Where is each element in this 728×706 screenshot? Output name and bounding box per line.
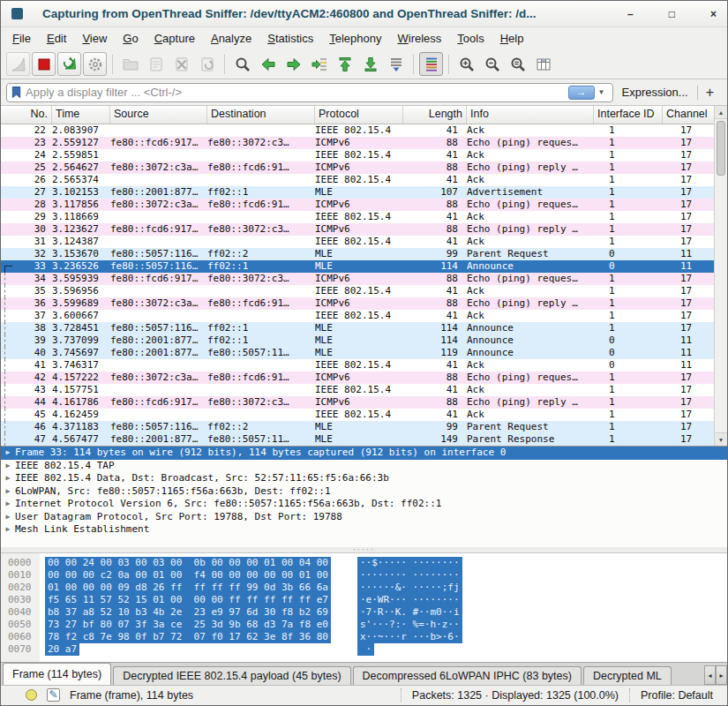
hex-row[interactable]: 000000 00 24 00 03 00 03 00 0b 00 00 00 … xyxy=(1,557,727,569)
hex-bytes[interactable]: 20 a7 xyxy=(45,643,79,656)
column-header-channel[interactable]: Channel xyxy=(663,106,716,124)
hex-row[interactable]: 001000 00 00 c2 0a 00 01 00 f4 00 00 00 … xyxy=(1,569,727,582)
column-header-time[interactable]: Time xyxy=(52,106,110,124)
packet-row[interactable]: 353.596956IEEE 802.15.441Ack117 xyxy=(1,285,716,297)
hex-row[interactable]: 0030f5 65 11 57 52 15 01 00 00 00 ff ff … xyxy=(1,594,727,606)
menu-view[interactable]: View xyxy=(74,29,115,48)
hex-bytes[interactable]: b8 37 a8 52 10 b3 4b 2e 23 e9 97 6d 30 f… xyxy=(45,606,331,619)
packet-row[interactable]: 313.124387IEEE 802.15.441Ack117 xyxy=(1,236,716,248)
expert-info-icon[interactable] xyxy=(26,689,37,701)
packet-row[interactable]: 252.564627fe80::3072:c3a…fe80::fcd6:91…I… xyxy=(1,161,716,174)
expression-button[interactable]: Expression... xyxy=(622,86,688,99)
hex-bytes[interactable]: 00 00 24 00 03 00 03 00 0b 00 00 00 01 0… xyxy=(45,557,331,569)
menu-file[interactable]: File xyxy=(4,29,39,48)
packet-row[interactable]: 232.559127fe80::fcd6:917…fe80::3072:c3…I… xyxy=(1,137,716,149)
add-filter-button[interactable]: + xyxy=(706,85,714,101)
restart-capture-button[interactable] xyxy=(57,52,81,76)
zoom-in-button[interactable] xyxy=(454,52,478,76)
menu-edit[interactable]: Edit xyxy=(39,29,74,48)
maximize-button[interactable]: □ xyxy=(669,9,675,19)
column-header-length[interactable]: Length xyxy=(403,106,467,124)
start-capture-button[interactable] xyxy=(6,52,30,76)
column-header-iface[interactable]: Interface ID xyxy=(594,106,663,124)
resize-columns-button[interactable] xyxy=(531,52,555,76)
packet-row[interactable]: 343.595939fe80::fcd6:917…fe80::3072:c3…I… xyxy=(1,273,716,285)
packet-row[interactable]: 323.153670fe80::5057:116…ff02::2MLE99Par… xyxy=(1,248,716,260)
menu-statistics[interactable]: Statistics xyxy=(259,29,321,48)
expand-arrow-icon[interactable]: ▶ xyxy=(1,523,15,537)
byte-view-tab[interactable]: Decrypted IEEE 802.15.4 payload (45 byte… xyxy=(113,666,350,685)
packet-row[interactable]: 303.123627fe80::fcd6:917…fe80::3072:c3…I… xyxy=(1,223,716,236)
hex-row[interactable]: 007020 a7 · xyxy=(1,643,727,656)
column-header-dst[interactable]: Destination xyxy=(207,106,315,124)
filter-history-caret-icon[interactable]: ▼ xyxy=(598,88,605,96)
scroll-down-icon[interactable]: ▼ xyxy=(715,432,727,446)
packet-row[interactable]: 413.746317IEEE 802.15.441Ack011 xyxy=(1,359,716,372)
detail-line[interactable]: ▶IEEE 802.15.4 TAP xyxy=(1,460,727,473)
packet-row[interactable]: 444.161786fe80::fcd6:917…fe80::3072:c3…I… xyxy=(1,396,716,409)
find-packet-button[interactable] xyxy=(230,52,254,76)
packet-row[interactable]: 393.737099fe80::2001:877…ff02::1MLE114An… xyxy=(1,334,716,347)
hex-row[interactable]: 006078 f2 c8 7e 98 0f b7 72 07 f0 17 62 … xyxy=(1,631,727,643)
capture-options-button[interactable] xyxy=(83,52,107,76)
packet-row[interactable]: 262.565374IEEE 802.15.441Ack117 xyxy=(1,174,716,186)
expand-arrow-icon[interactable]: ▶ xyxy=(1,447,15,460)
scroll-up-icon[interactable]: ▲ xyxy=(715,106,727,119)
menu-wireless[interactable]: Wireless xyxy=(390,29,450,48)
display-filter-field[interactable]: → ▼ xyxy=(6,83,613,102)
byte-view-tab[interactable]: Decompressed 6LoWPAN IPHC (83 bytes) xyxy=(353,666,582,685)
hex-ascii[interactable]: ······&· ·····;fj xyxy=(357,582,462,594)
expand-arrow-icon[interactable]: ▶ xyxy=(1,511,15,524)
packet-list-scrollbar[interactable]: ▲ ▼ xyxy=(714,106,727,446)
status-profile[interactable]: Profile: Default xyxy=(629,688,724,702)
detail-line[interactable]: ▶IEEE 802.15.4 Data, Dst: Broadcast, Src… xyxy=(1,472,727,485)
detail-line[interactable]: ▶User Datagram Protocol, Src Port: 19788… xyxy=(1,511,727,524)
packet-row[interactable]: 454.162459IEEE 802.15.441Ack117 xyxy=(1,409,716,421)
expand-arrow-icon[interactable]: ▶ xyxy=(1,498,15,511)
detail-line[interactable]: ▶Frame 33: 114 bytes on wire (912 bits),… xyxy=(1,447,727,460)
minimize-button[interactable]: – xyxy=(627,9,634,19)
expand-arrow-icon[interactable]: ▶ xyxy=(1,472,15,485)
expand-arrow-icon[interactable]: ▶ xyxy=(1,485,15,499)
packet-row[interactable]: 373.600667IEEE 802.15.441Ack117 xyxy=(1,310,716,322)
menu-help[interactable]: Help xyxy=(492,29,532,48)
packet-row[interactable]: 283.117856fe80::3072:c3a…fe80::fcd6:91…I… xyxy=(1,199,716,211)
menu-go[interactable]: Go xyxy=(115,29,146,48)
go-back-button[interactable] xyxy=(256,52,280,76)
bookmark-icon[interactable] xyxy=(11,86,22,99)
tab-scroll-left-icon[interactable]: ◂ xyxy=(704,665,716,685)
packet-row[interactable]: 242.559851IEEE 802.15.441Ack117 xyxy=(1,149,716,161)
hex-bytes[interactable]: 00 00 00 c2 0a 00 01 00 f4 00 00 00 00 0… xyxy=(45,569,331,582)
packet-row[interactable]: 434.157751IEEE 802.15.441Ack117 xyxy=(1,384,716,396)
tab-scroll-right-icon[interactable]: ▸ xyxy=(716,665,727,685)
hex-ascii[interactable]: s'···?:· %=·h·z·· xyxy=(357,619,462,631)
hex-bytes[interactable]: f5 65 11 57 52 15 01 00 00 00 ff ff ff f… xyxy=(45,594,331,606)
colorize-packets-button[interactable] xyxy=(419,52,443,76)
packet-row[interactable]: 383.728451fe80::5057:116…ff02::1MLE114An… xyxy=(1,322,716,334)
detail-line[interactable]: ▶6LoWPAN, Src: fe80::5057:1165:f56a:663b… xyxy=(1,485,727,499)
hex-ascii[interactable]: ·7·R··K. #··m0··i xyxy=(357,606,462,619)
hex-ascii[interactable]: ·e·WR··· ········ xyxy=(357,594,462,606)
hex-ascii[interactable]: ········ ········ xyxy=(357,569,462,582)
byte-view-tab[interactable]: Decrypted ML xyxy=(583,666,672,685)
reload-button[interactable] xyxy=(195,52,219,76)
packet-row[interactable]: 222.083907IEEE 802.15.441Ack117 xyxy=(1,124,716,137)
column-header-protocol[interactable]: Protocol xyxy=(315,106,403,124)
packet-row[interactable]: 464.371183fe80::5057:116…ff02::2MLE99Par… xyxy=(1,421,716,433)
go-to-top-button[interactable] xyxy=(333,52,356,76)
save-file-button[interactable] xyxy=(144,52,168,76)
packet-row[interactable]: 273.102153fe80::2001:877…ff02::1MLE107Ad… xyxy=(1,186,716,199)
go-to-packet-button[interactable] xyxy=(307,52,331,76)
stop-capture-button[interactable] xyxy=(32,52,56,76)
apply-filter-button[interactable]: → xyxy=(568,86,595,100)
hex-ascii[interactable]: ··$····· ········ xyxy=(357,557,462,569)
scrollbar-thumb[interactable] xyxy=(717,121,725,176)
display-filter-input[interactable] xyxy=(22,86,568,99)
column-header-src[interactable]: Source xyxy=(110,106,207,124)
packet-row[interactable]: 363.599689fe80::3072:c3a…fe80::fcd6:91…I… xyxy=(1,297,716,310)
menu-tools[interactable]: Tools xyxy=(449,29,492,48)
packet-row[interactable]: 333.236526fe80::5057:116…ff02::1MLE114An… xyxy=(1,260,716,273)
menu-telephony[interactable]: Telephony xyxy=(321,29,389,48)
column-header-info[interactable]: Info xyxy=(467,106,594,124)
hex-bytes[interactable]: 73 27 bf 80 07 3f 3a ce 25 3d 9b 68 d3 7… xyxy=(45,619,331,631)
